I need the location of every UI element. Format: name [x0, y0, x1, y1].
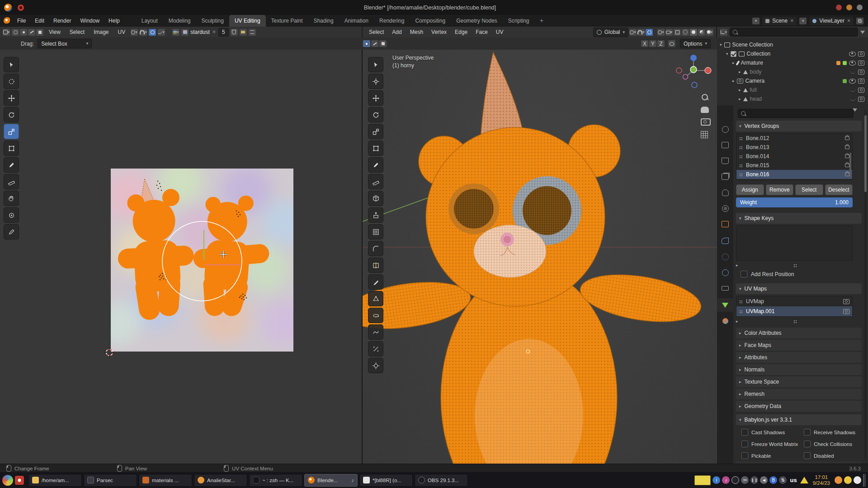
render-visibility-icon[interactable] — [858, 88, 864, 93]
tray-icon-orange[interactable] — [835, 476, 842, 484]
babylon-receive-shadows[interactable]: Receive Shadows — [804, 429, 855, 436]
menu-window[interactable]: Window — [75, 15, 104, 27]
viewport-3d-area[interactable]: User Perspective (1) horny — [363, 50, 718, 464]
uv-editor-area[interactable] — [0, 50, 363, 464]
taskbar-window-files[interactable]: /home/am... — [28, 474, 82, 487]
outliner-row-head[interactable]: ▸ head — [717, 94, 868, 103]
mirror-z-toggle[interactable]: Z — [657, 40, 665, 47]
tool-rotate-icon[interactable] — [368, 107, 383, 122]
render-visibility-icon[interactable] — [858, 61, 864, 66]
workspace-add-button[interactable]: + — [535, 15, 549, 27]
tab-particles[interactable] — [717, 250, 733, 263]
gizmo-x-axis-ball[interactable] — [705, 67, 711, 74]
expand-icon[interactable]: ▸ — [732, 79, 735, 83]
launcher-icon[interactable] — [15, 476, 24, 485]
v3d-menu-vertex[interactable]: Vertex — [428, 27, 450, 38]
gizmo-neg-y-ball[interactable] — [683, 75, 688, 80]
vertex-group-row[interactable]: Bone.014 — [736, 152, 852, 161]
uv-falloff-icon[interactable]: ▾ — [158, 29, 165, 36]
image-unlink-icon[interactable]: × — [212, 29, 217, 35]
outliner-row-collection[interactable]: ▾ Collection — [717, 49, 868, 58]
xray-toggle-icon[interactable] — [674, 29, 681, 36]
gizmo-neg-x-ball[interactable] — [676, 68, 682, 73]
workspace-tab-modeling[interactable]: Modeling — [163, 15, 196, 27]
tool-grab-icon[interactable] — [4, 191, 19, 206]
taskbar-window-parsec[interactable]: Parsec — [84, 474, 137, 487]
lock-icon[interactable] — [845, 145, 849, 149]
menu-file[interactable]: File — [13, 15, 30, 27]
outliner-row-armature[interactable]: ▸ Armature — [717, 58, 868, 67]
panel-header-vertex-groups[interactable]: ▾ Vertex Groups — [736, 121, 862, 131]
tool-cursor-icon[interactable] — [368, 74, 383, 89]
tool-annotate-icon[interactable] — [368, 157, 383, 173]
show-gizmo-icon[interactable]: ▾ — [657, 29, 665, 36]
tab-object[interactable] — [717, 217, 733, 231]
obs-tray-icon[interactable] — [731, 476, 739, 484]
volume-tray-icon[interactable]: ◄ — [760, 476, 768, 484]
outliner-row-body[interactable]: ▸ body — [717, 67, 868, 76]
panel-normals[interactable]: ▸Normals — [736, 364, 862, 375]
tool-add-cube-icon[interactable] — [368, 191, 383, 206]
editor-type-uv-icon[interactable]: ▾ — [3, 29, 10, 36]
tool-bevel-icon[interactable] — [368, 241, 383, 256]
tab-output[interactable] — [717, 154, 733, 168]
add-rest-position-row[interactable]: Add Rest Position — [741, 271, 794, 277]
uv-pivot-icon[interactable]: ▾ — [131, 29, 138, 36]
outliner-row-camera[interactable]: ▸ Camera — [717, 76, 868, 85]
clipboard-tray-icon[interactable]: ✂ — [741, 476, 749, 484]
scene-selector[interactable]: Scene × — [762, 16, 797, 26]
taskbar-window-blender[interactable]: Blende...♪ — [304, 474, 358, 487]
viewlayer-browse-icon[interactable]: ▾ — [799, 18, 807, 24]
render-visibility-icon[interactable] — [858, 70, 864, 75]
checkbox[interactable] — [804, 452, 811, 459]
lock-icon[interactable] — [845, 173, 849, 176]
outliner-row-scene-collection[interactable]: ▾ Scene Collection — [717, 40, 868, 49]
tray-icon-yellow[interactable] — [844, 476, 852, 484]
workspace-tab-geometry-nodes[interactable]: Geometry Nodes — [451, 15, 503, 27]
tool-scale-icon[interactable] — [4, 124, 19, 139]
panel-texture-space[interactable]: ▸Texture Space — [736, 376, 862, 387]
show-desktop-strip[interactable] — [863, 474, 866, 487]
panel-face-maps[interactable]: ▸Face Maps — [736, 340, 862, 351]
tool-edge-slide-icon[interactable] — [368, 341, 383, 357]
uv-maps-list-grip[interactable]: ▸ — [736, 319, 853, 324]
gizmo-y-axis-ball[interactable] — [690, 66, 697, 73]
v3d-menu-uv[interactable]: UV — [492, 27, 507, 38]
checkbox[interactable] — [741, 429, 748, 436]
tool-shrink-fatten-icon[interactable] — [368, 358, 383, 373]
active-render-icon[interactable] — [843, 309, 849, 314]
warning-tray-icon[interactable] — [800, 477, 808, 483]
mirror-x-toggle[interactable]: X — [641, 40, 648, 47]
babylon-check-collisions[interactable]: Check Collisions — [804, 441, 852, 447]
uv-snap-magnet-icon[interactable]: ▾ — [140, 29, 147, 36]
panel-remesh[interactable]: ▸Remesh — [736, 389, 862, 399]
uv-image-canvas[interactable] — [111, 169, 293, 352]
tool-tweak-icon[interactable] — [4, 57, 19, 72]
v3d-menu-edge[interactable]: Edge — [451, 27, 471, 38]
checkbox[interactable] — [741, 452, 748, 459]
navigation-gizmo[interactable] — [675, 52, 712, 89]
tool-move-icon[interactable] — [4, 90, 19, 106]
uv-map-row-active[interactable]: UVMap.001 — [736, 306, 852, 316]
remove-button[interactable]: Remove — [766, 184, 794, 195]
options-dropdown[interactable]: Options▾ — [680, 39, 711, 48]
vertex-group-row[interactable]: Bone.012 — [736, 134, 852, 143]
tray-icon-white[interactable] — [854, 476, 861, 484]
taskbar-window-materials[interactable]: materials ... — [139, 474, 192, 487]
tab-object-data[interactable] — [717, 298, 733, 312]
v3d-menu-face[interactable]: Face — [472, 27, 491, 38]
bluetooth-tray-icon[interactable]: B — [769, 476, 777, 484]
show-overlays-icon[interactable]: ▾ — [665, 29, 673, 36]
workspace-tab-animation[interactable]: Animation — [339, 15, 374, 27]
uv-menu-view[interactable]: View — [45, 27, 64, 38]
select-button[interactable]: Select — [795, 184, 823, 195]
tab-world[interactable] — [717, 202, 733, 215]
workspace-tab-sculpting[interactable]: Sculpting — [196, 15, 229, 27]
teddy-mesh-object[interactable] — [363, 50, 717, 464]
expand-icon[interactable]: ▸ — [739, 88, 741, 92]
window-maximize-button[interactable] — [846, 5, 852, 10]
uv-proportional-edit-icon[interactable] — [149, 29, 156, 36]
shape-keys-list[interactable] — [736, 225, 853, 261]
vertex-group-row[interactable]: Bone.015 — [736, 161, 852, 170]
add-rest-position-checkbox[interactable] — [741, 271, 747, 277]
